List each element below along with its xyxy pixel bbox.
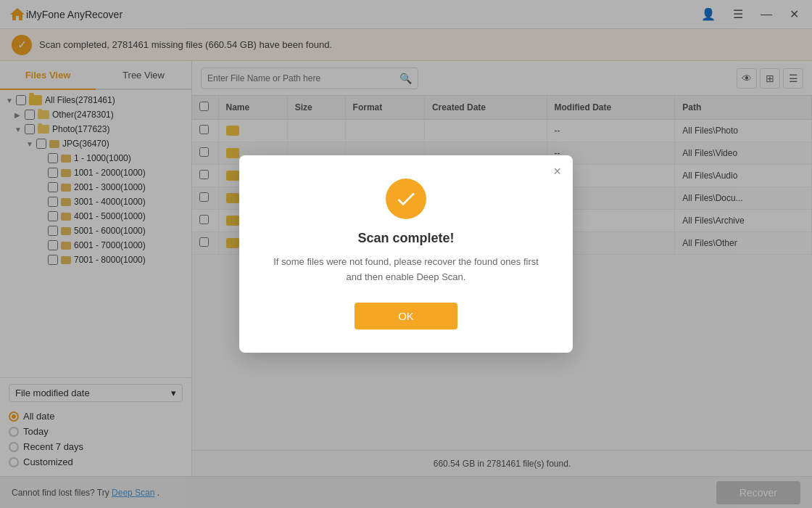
modal-overlay: × Scan complete! If some files were not … [0, 0, 812, 508]
modal-close-button[interactable]: × [553, 164, 561, 179]
modal-title: Scan complete! [357, 231, 454, 246]
modal-success-icon [386, 179, 426, 219]
checkmark-icon [394, 187, 418, 210]
scan-complete-modal: × Scan complete! If some files were not … [239, 155, 573, 353]
modal-ok-button[interactable]: OK [355, 303, 457, 329]
modal-body-text: If some files were not found, please rec… [268, 255, 544, 285]
